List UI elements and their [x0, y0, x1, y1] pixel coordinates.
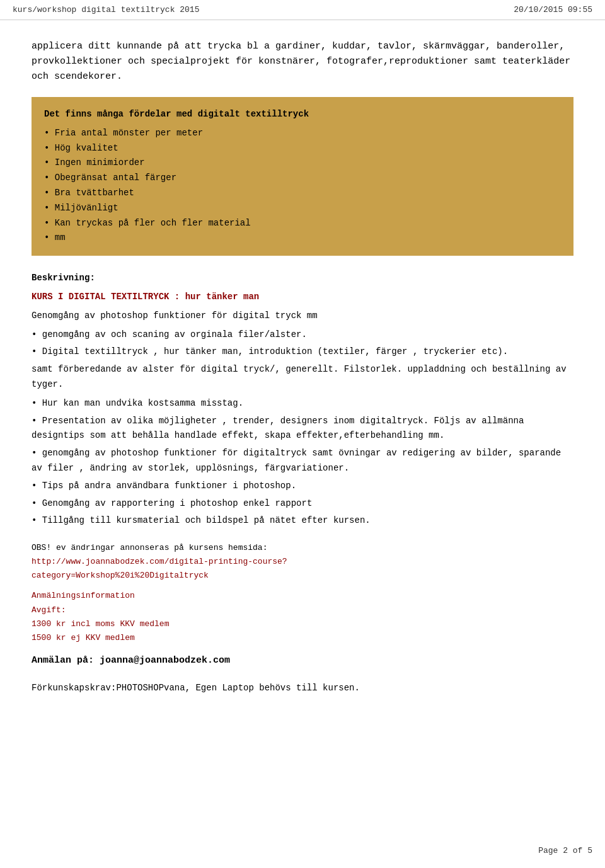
- highlight-box-title: Det finns många fördelar med digitalt te…: [44, 107, 561, 122]
- description-subtitle-line: KURS I DIGITAL TEXTILTRYCK : hur tänker …: [32, 290, 573, 305]
- description-bullet5: genomgång av photoshop funktioner för di…: [32, 446, 573, 476]
- header-left: kurs/workshop digital textiltryck 2015: [13, 5, 199, 14]
- contact-line: Anmälan på: joanna@joannabodzek.com: [32, 655, 573, 666]
- registration-label: Anmälningsinformation: [32, 589, 573, 603]
- list-item: Miljövänligt: [44, 201, 561, 216]
- highlight-box-list: Fria antal mönster per meter Hög kvalite…: [44, 126, 561, 246]
- obs-url2: category=Workshop%20i%20Digitaltryck: [32, 569, 573, 583]
- description-bullet6: Tips på andra användbara funktioner i ph…: [32, 479, 573, 494]
- list-item: Fria antal mönster per meter: [44, 126, 561, 141]
- avgift-label: Avgift:: [32, 603, 573, 617]
- description-heading: Beskrivning:: [32, 271, 573, 286]
- description-bullet1: genomgång av och scaning av orginala fil…: [32, 328, 573, 343]
- page-content: applicera ditt kunnande på att trycka bl…: [0, 20, 605, 733]
- description-bullet3: Hur kan man undvika kostsamma misstag.: [32, 396, 573, 411]
- description-para2: samt förberedande av alster för digital …: [32, 362, 573, 392]
- price1: 1300 kr incl moms KKV medlem: [32, 617, 573, 631]
- obs-url: http://www.joannabodzek.com/digital-prin…: [32, 555, 573, 569]
- list-item: Bra tvättbarhet: [44, 186, 561, 201]
- header-right: 20/10/2015 09:55: [514, 5, 592, 14]
- list-item: Kan tryckas på fler och fler material: [44, 216, 561, 231]
- description-section: Beskrivning: KURS I DIGITAL TEXTILTRYCK …: [32, 271, 573, 528]
- obs-section: OBS! ev ändringar annonseras på kursens …: [32, 541, 573, 583]
- page-header: kurs/workshop digital textiltryck 2015 2…: [0, 0, 605, 20]
- list-item: mm: [44, 231, 561, 246]
- description-bullet8: Tillgång till kursmaterial och bildspel …: [32, 513, 573, 528]
- description-bullet4: Presentation av olika möjligheter , tren…: [32, 414, 573, 444]
- page-footer: Page 2 of 5: [538, 846, 592, 855]
- highlight-box: Det finns många fördelar med digitalt te…: [32, 97, 573, 256]
- registration-section: Anmälningsinformation Avgift: 1300 kr in…: [32, 589, 573, 644]
- list-item: Obegränsat antal färger: [44, 171, 561, 186]
- description-bullet2: Digital textilltryck , hur tänker man, i…: [32, 345, 573, 360]
- list-item: Ingen minimiorder: [44, 156, 561, 171]
- price2: 1500 kr ej KKV medlem: [32, 631, 573, 645]
- intro-paragraph: applicera ditt kunnande på att trycka bl…: [32, 39, 573, 84]
- obs-line: OBS! ev ändringar annonseras på kursens …: [32, 541, 573, 555]
- description-para1: Genomgång av photoshop funktioner för di…: [32, 309, 573, 324]
- description-bullet7: Genomgång av rapportering i photoshop en…: [32, 496, 573, 511]
- footer-note: Förkunskapskrav:PHOTOSHOPvana, Egen Lapt…: [32, 681, 573, 695]
- list-item: Hög kvalitet: [44, 141, 561, 156]
